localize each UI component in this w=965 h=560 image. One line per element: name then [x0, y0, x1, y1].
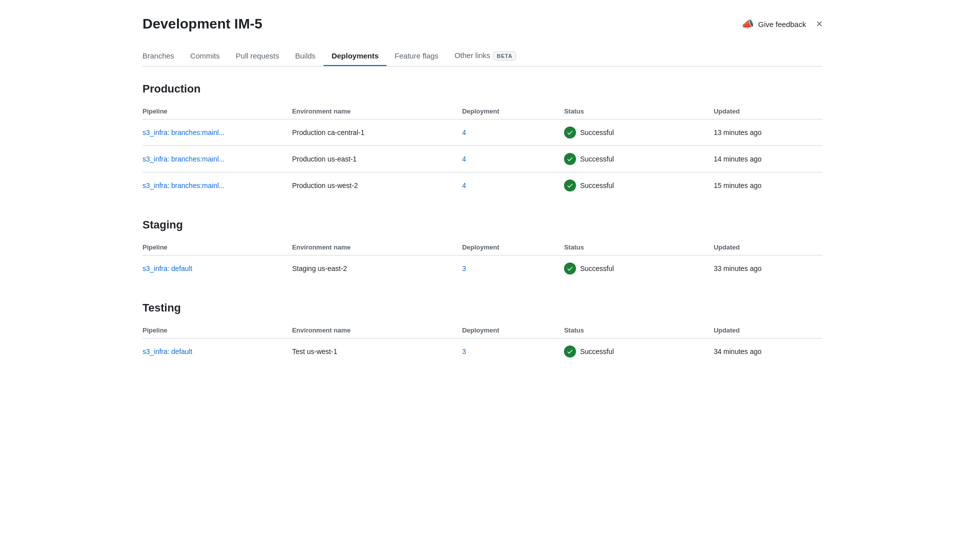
close-button[interactable]: ×	[816, 18, 822, 30]
environment-name: Production us-east-1	[292, 146, 462, 172]
staging-table: Pipeline Environment name Deployment Sta…	[142, 240, 822, 282]
testing-section: Testing Pipeline Environment name Deploy…	[142, 302, 822, 364]
testing-table-header-row: Pipeline Environment name Deployment Sta…	[142, 322, 822, 338]
tab-builds[interactable]: Builds	[287, 46, 324, 66]
status-label: Successful	[580, 182, 614, 190]
tab-other-links-label: Other links	[454, 51, 490, 60]
updated-time: 33 minutes ago	[714, 256, 822, 282]
production-table-header-row: Pipeline Environment name Deployment Sta…	[142, 104, 822, 120]
pipeline-link[interactable]: s3_infra: branches:mainl...	[142, 182, 224, 190]
table-row: s3_infra: default Staging us-east-2 3 Su…	[142, 256, 822, 282]
production-col-environment: Environment name	[292, 104, 462, 120]
staging-section: Staging Pipeline Environment name Deploy…	[142, 218, 822, 282]
tab-deployments[interactable]: Deployments	[324, 46, 386, 66]
tab-commits[interactable]: Commits	[182, 46, 228, 66]
production-col-status: Status	[564, 104, 714, 120]
status-cell: Successful	[564, 346, 708, 358]
staging-section-title: Staging	[142, 218, 822, 232]
production-col-pipeline: Pipeline	[142, 104, 292, 120]
success-icon	[564, 262, 576, 274]
deployment-link[interactable]: 4	[462, 182, 466, 190]
staging-table-header-row: Pipeline Environment name Deployment Sta…	[142, 240, 822, 256]
deployment-link[interactable]: 4	[462, 155, 466, 163]
deployment-link[interactable]: 3	[462, 348, 466, 356]
tab-other-links[interactable]: Other linksBETA	[446, 46, 524, 66]
updated-time: 14 minutes ago	[714, 146, 822, 172]
checkmark-icon	[566, 156, 574, 162]
success-icon	[564, 153, 576, 165]
nav-tabs: Branches Commits Pull requests Builds De…	[142, 46, 822, 66]
megaphone-icon: 📣	[742, 18, 754, 30]
testing-col-environment: Environment name	[292, 322, 462, 338]
environment-name: Production ca-central-1	[292, 120, 462, 146]
status-label: Successful	[580, 155, 614, 163]
pipeline-link[interactable]: s3_infra: default	[142, 264, 192, 272]
page-container: Development IM-5 📣 Give feedback × Branc…	[122, 0, 842, 400]
testing-col-deployment: Deployment	[462, 322, 564, 338]
staging-col-pipeline: Pipeline	[142, 240, 292, 256]
table-row: s3_infra: branches:mainl... Production u…	[142, 172, 822, 199]
tab-feature-flags[interactable]: Feature flags	[386, 46, 446, 66]
give-feedback-button[interactable]: 📣 Give feedback	[742, 18, 806, 30]
status-cell: Successful	[564, 126, 708, 138]
table-row: s3_infra: default Test us-west-1 3 Succe…	[142, 338, 822, 365]
feedback-label: Give feedback	[758, 20, 806, 28]
testing-col-pipeline: Pipeline	[142, 322, 292, 338]
pipeline-link[interactable]: s3_infra: branches:mainl...	[142, 128, 224, 136]
staging-col-status: Status	[564, 240, 714, 256]
updated-time: 15 minutes ago	[714, 172, 822, 199]
status-label: Successful	[580, 348, 614, 356]
status-cell: Successful	[564, 153, 708, 165]
checkmark-icon	[566, 265, 574, 272]
production-col-updated: Updated	[714, 104, 822, 120]
success-icon	[564, 180, 576, 192]
testing-table: Pipeline Environment name Deployment Sta…	[142, 322, 822, 364]
updated-time: 34 minutes ago	[714, 338, 822, 365]
production-col-deployment: Deployment	[462, 104, 564, 120]
pipeline-link[interactable]: s3_infra: branches:mainl...	[142, 155, 224, 163]
status-label: Successful	[580, 128, 614, 136]
updated-time: 13 minutes ago	[714, 120, 822, 146]
success-icon	[564, 346, 576, 358]
testing-col-updated: Updated	[714, 322, 822, 338]
deployment-link[interactable]: 4	[462, 128, 466, 136]
production-table: Pipeline Environment name Deployment Sta…	[142, 104, 822, 198]
page-title: Development IM-5	[142, 16, 262, 32]
environment-name: Test us-west-1	[292, 338, 462, 365]
success-icon	[564, 126, 576, 138]
deployment-link[interactable]: 3	[462, 264, 466, 272]
staging-col-environment: Environment name	[292, 240, 462, 256]
status-label: Successful	[580, 264, 614, 272]
production-section: Production Pipeline Environment name Dep…	[142, 82, 822, 198]
checkmark-icon	[566, 348, 574, 355]
page-header: Development IM-5 📣 Give feedback ×	[142, 16, 822, 32]
close-icon: ×	[816, 18, 822, 30]
table-row: s3_infra: branches:mainl... Production c…	[142, 120, 822, 146]
table-row: s3_infra: branches:mainl... Production u…	[142, 146, 822, 172]
status-cell: Successful	[564, 180, 708, 192]
pipeline-link[interactable]: s3_infra: default	[142, 348, 192, 356]
tab-pull-requests[interactable]: Pull requests	[228, 46, 288, 66]
testing-section-title: Testing	[142, 302, 822, 314]
checkmark-icon	[566, 182, 574, 189]
staging-col-deployment: Deployment	[462, 240, 564, 256]
tab-branches[interactable]: Branches	[142, 46, 182, 66]
production-section-title: Production	[142, 82, 822, 96]
environment-name: Staging us-east-2	[292, 256, 462, 282]
status-cell: Successful	[564, 262, 708, 274]
checkmark-icon	[566, 129, 574, 136]
environment-name: Production us-west-2	[292, 172, 462, 199]
testing-col-status: Status	[564, 322, 714, 338]
header-actions: 📣 Give feedback ×	[742, 18, 822, 30]
staging-col-updated: Updated	[714, 240, 822, 256]
beta-badge: BETA	[494, 52, 516, 60]
